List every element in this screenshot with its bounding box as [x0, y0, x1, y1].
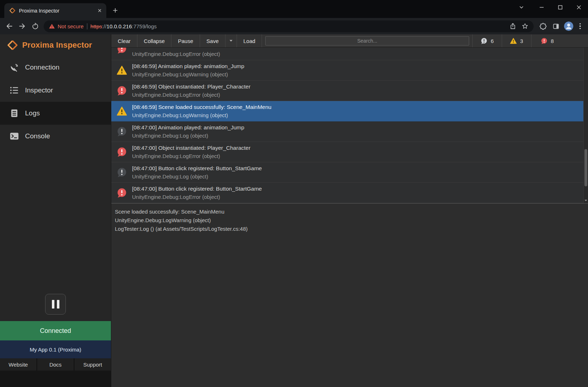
- url-path: :7759/logs: [132, 23, 157, 29]
- log-row[interactable]: [08:46:59] Object instantiated: Player_C…: [111, 81, 583, 101]
- footer-link-support[interactable]: Support: [74, 358, 111, 371]
- log-source: UnityEngine.Debug:LogError (object): [132, 50, 220, 58]
- log-text: [08:46:59] Scene loaded successfully: Sc…: [132, 103, 271, 119]
- tab-title: Proxima Inspector: [19, 8, 93, 14]
- satellite-dish-icon: [9, 63, 19, 72]
- log-row[interactable]: [08:46:59] Scene loaded successfully: Sc…: [111, 101, 583, 121]
- pause-stream-button[interactable]: [45, 294, 66, 315]
- pause-icon: [52, 300, 54, 309]
- log-source: UnityEngine.Debug:LogError (object): [132, 193, 262, 201]
- log-source: UnityEngine.Debug:LogWarning (object): [132, 70, 244, 78]
- load-button[interactable]: Load: [237, 34, 262, 47]
- log-row[interactable]: [08:47:00] Button click registered: Butt…: [111, 183, 583, 203]
- sidebar-item-label: Logs: [25, 109, 40, 117]
- address-bar[interactable]: Not secure https://10.0.0.216:7759/logs: [44, 20, 534, 32]
- sidebar-item-inspector[interactable]: Inspector: [0, 79, 111, 102]
- error-icon: [117, 86, 127, 96]
- extensions-puzzle-icon[interactable]: [536, 20, 549, 33]
- sidebar-item-logs[interactable]: Logs: [0, 102, 111, 125]
- sidebar-item-label: Inspector: [25, 86, 53, 94]
- log-row[interactable]: [08:47:00] Button click registered: Butt…: [111, 162, 583, 183]
- tab-close-icon[interactable]: [96, 8, 103, 14]
- sidebar-item-connection[interactable]: Connection: [0, 56, 111, 79]
- sidebar-item-console[interactable]: Console: [0, 125, 111, 148]
- pause-button[interactable]: Pause: [171, 34, 200, 47]
- clear-button[interactable]: Clear: [111, 34, 137, 47]
- sidebar-bottom-fill: [0, 371, 111, 387]
- window-minimize-button[interactable]: [532, 0, 551, 14]
- error-icon: [117, 48, 127, 54]
- warning-icon: [117, 106, 127, 116]
- sidebar-item-label: Connection: [25, 63, 59, 71]
- browser-menu-icon[interactable]: [575, 20, 585, 33]
- not-secure-badge[interactable]: Not secure: [49, 23, 84, 29]
- share-icon[interactable]: [509, 23, 516, 30]
- browser-navbar: Not secure https://10.0.0.216:7759/logs: [0, 18, 588, 34]
- warning-count-badge[interactable]: 3: [502, 34, 531, 47]
- footer-link-docs[interactable]: Docs: [37, 358, 74, 371]
- not-secure-warning-icon: [49, 23, 55, 29]
- window-close-button[interactable]: [569, 0, 588, 14]
- log-message: [08:46:59] Animation played: animation_J…: [132, 62, 244, 70]
- log-text: [08:46:59] Animation played: animation_J…: [132, 62, 244, 78]
- error-count-badge[interactable]: 8: [531, 34, 588, 47]
- browser-tab[interactable]: Proxima Inspector: [4, 3, 106, 18]
- url-text[interactable]: https://10.0.0.216:7759/logs: [91, 23, 506, 29]
- reload-icon[interactable]: [29, 20, 42, 33]
- not-secure-label: Not secure: [58, 23, 84, 29]
- collapse-button[interactable]: Collapse: [137, 34, 171, 47]
- error-icon: [117, 188, 127, 198]
- logs-toolbar: Clear Collapse Pause Save Load: [111, 34, 588, 48]
- log-source: UnityEngine.Debug:LogWarning (object): [132, 111, 271, 119]
- info-icon: [481, 38, 487, 44]
- app-info-bar: My App 0.1 (Proxima): [0, 340, 111, 358]
- side-panel-icon[interactable]: [549, 20, 562, 33]
- info-icon: [117, 126, 127, 137]
- info-count-badge[interactable]: 6: [472, 34, 502, 47]
- log-list: UnityEngine.Debug:LogError (object): [111, 48, 588, 203]
- log-text: [08:47:00] Button click registered: Butt…: [132, 164, 262, 181]
- log-row[interactable]: UnityEngine.Debug:LogError (object): [111, 48, 583, 60]
- log-row[interactable]: [08:46:59] Animation played: animation_J…: [111, 60, 583, 81]
- bookmark-star-icon[interactable]: [521, 23, 529, 30]
- log-row[interactable]: [08:47:00] Animation played: animation_J…: [111, 121, 583, 142]
- detail-source: UnityEngine.Debug:LogWarning (object): [115, 216, 584, 225]
- log-row[interactable]: [08:47:00] Object instantiated: Player_C…: [111, 142, 583, 162]
- scrollbar-down-arrow-icon[interactable]: [584, 198, 588, 203]
- footer-link-website[interactable]: Website: [0, 358, 37, 371]
- log-source: UnityEngine.Debug:LogError (object): [132, 152, 251, 160]
- profile-avatar[interactable]: [562, 20, 575, 33]
- sidebar-spacer: [0, 148, 111, 294]
- back-icon[interactable]: [3, 20, 16, 33]
- log-text: [08:46:59] Object instantiated: Player_C…: [132, 82, 251, 99]
- favicon-proxima-diamond-icon: [9, 8, 15, 14]
- error-count: 8: [551, 38, 554, 44]
- window-maximize-button[interactable]: [551, 0, 569, 14]
- search-input[interactable]: [265, 36, 469, 46]
- save-dropdown-caret-icon[interactable]: [225, 34, 237, 47]
- error-icon: [117, 147, 127, 157]
- scrollbar-thumb[interactable]: [584, 149, 587, 186]
- sidebar: Proxima Inspector Connection: [0, 34, 111, 387]
- detail-message: Scene loaded successfully: Scene_MainMen…: [115, 207, 584, 216]
- sidebar-item-label: Console: [25, 132, 50, 140]
- log-message: [08:47:00] Animation played: animation_J…: [132, 123, 244, 132]
- url-scheme: https: [91, 23, 102, 29]
- new-tab-button[interactable]: [110, 5, 121, 16]
- tab-search-chevron-icon[interactable]: [514, 0, 529, 14]
- list-icon: [9, 86, 19, 95]
- omnibox-divider: [87, 23, 87, 29]
- app-title: Proxima Inspector: [22, 40, 92, 50]
- log-source: UnityEngine.Debug:LogError (object): [132, 91, 251, 99]
- save-button[interactable]: Save: [200, 34, 225, 47]
- terminal-icon: [9, 132, 19, 141]
- app-logo: Proxima Inspector: [0, 34, 111, 56]
- error-icon: [541, 38, 548, 44]
- log-message: [08:47:00] Object instantiated: Player_C…: [132, 144, 251, 152]
- page-content: Proxima Inspector Connection: [0, 34, 588, 387]
- log-detail-pane: Scene loaded successfully: Scene_MainMen…: [111, 203, 588, 387]
- log-text: [08:47:00] Button click registered: Butt…: [132, 185, 262, 201]
- log-scrollbar[interactable]: [583, 48, 588, 203]
- log-text: [08:47:00] Animation played: animation_J…: [132, 123, 244, 140]
- forward-icon[interactable]: [16, 20, 29, 33]
